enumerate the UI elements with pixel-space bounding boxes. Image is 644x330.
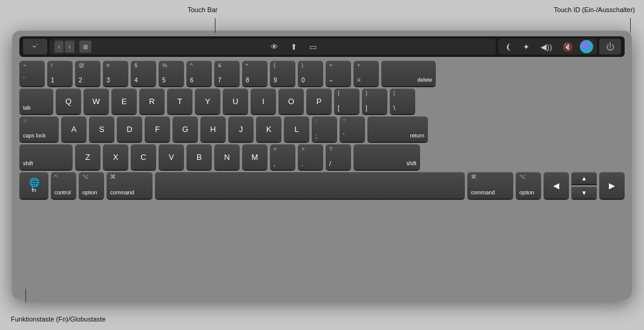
touch-bar-line [215, 18, 215, 33]
key-9[interactable]: ( 9 [270, 61, 295, 86]
key-period[interactable]: > . [298, 144, 323, 170]
touch-bar: ~` ‹ › ⊞ 👁 ⬆ ▭ ❨ ✦ ◀)) 🔇 ⏻ [19, 36, 625, 57]
key-s[interactable]: S [89, 116, 114, 142]
key-tab[interactable]: tab [19, 88, 53, 114]
key-option-right[interactable]: ⌥ option [516, 172, 541, 199]
key-b[interactable]: B [186, 144, 212, 170]
key-4[interactable]: $ 4 [131, 61, 156, 86]
key-l[interactable]: L [284, 116, 309, 142]
key-bracket-close[interactable]: } ] [362, 88, 387, 114]
row-numbers: ~ ` ! 1 @ 2 # 3 $ 4 % 5 [19, 61, 625, 86]
key-shift-right[interactable]: shift [353, 144, 420, 170]
key-0[interactable]: ) 0 [298, 61, 323, 86]
key-o[interactable]: O [278, 88, 304, 114]
key-return[interactable]: return [367, 116, 428, 142]
key-arrow-down[interactable]: ▼ [571, 186, 597, 199]
key-backslash[interactable]: | \ [390, 88, 415, 114]
key-7[interactable]: & 7 [214, 61, 240, 86]
tb-forward-btn[interactable]: › [65, 41, 74, 53]
key-r[interactable]: R [139, 88, 165, 114]
key-1[interactable]: ! 1 [47, 61, 73, 86]
key-x[interactable]: X [103, 144, 128, 170]
tb-grid-btn[interactable]: ⊞ [79, 41, 91, 53]
row-bottom: 🌐 fn ^ control ⌥ option ⌘ command ⌘ comm… [19, 172, 625, 199]
key-rows: ~ ` ! 1 @ 2 # 3 $ 4 % 5 [19, 61, 625, 199]
esc-key[interactable]: ~` [23, 39, 47, 54]
key-w[interactable]: W [84, 88, 109, 114]
key-2[interactable]: @ 2 [75, 61, 100, 86]
touch-bar-annotation: Touch Bar [188, 6, 218, 13]
key-6[interactable]: ^ 6 [186, 61, 212, 86]
tb-window-icon[interactable]: ▭ [306, 42, 320, 51]
key-command-right[interactable]: ⌘ command [467, 172, 513, 199]
tb-back-btn[interactable]: ‹ [54, 41, 64, 53]
key-shift-left[interactable]: shift [19, 144, 73, 170]
tb-share-icon[interactable]: ⬆ [287, 42, 301, 51]
key-fn[interactable]: 🌐 fn [19, 172, 48, 199]
key-3[interactable]: # 3 [103, 61, 128, 86]
key-arrow-up[interactable]: ▲ [571, 172, 597, 184]
key-backtick[interactable]: ~ ` [19, 61, 45, 86]
key-y[interactable]: Y [195, 88, 220, 114]
key-option-left[interactable]: ⌥ option [79, 172, 104, 199]
tb-eye-icon[interactable]: 👁 [267, 42, 282, 51]
key-space[interactable] [155, 172, 465, 199]
row-caps: caps lock A S D F G H J K L : ; " ' retu… [19, 116, 625, 142]
key-d[interactable]: D [117, 116, 142, 142]
key-u[interactable]: U [223, 88, 248, 114]
key-j[interactable]: J [228, 116, 254, 142]
fn-annotation: Funktionstaste (Fn)/Globustaste [11, 315, 106, 323]
key-i[interactable]: I [251, 88, 276, 114]
touch-id-btn[interactable]: ⏻ [599, 39, 621, 54]
touch-bar-controls: ❨ ✦ ◀)) 🔇 [498, 39, 597, 54]
key-v[interactable]: V [159, 144, 184, 170]
siri-btn[interactable] [580, 40, 593, 53]
key-capslock[interactable]: caps lock [19, 116, 59, 142]
key-t[interactable]: T [167, 88, 192, 114]
key-z[interactable]: Z [75, 144, 100, 170]
fn-line [25, 289, 26, 302]
key-a[interactable]: A [61, 116, 87, 142]
key-g[interactable]: G [172, 116, 198, 142]
key-bracket-open[interactable]: { [ [334, 88, 360, 114]
touch-id-annotation: Touch ID (Ein-/Ausschalter) [554, 6, 635, 13]
key-control[interactable]: ^ control [51, 172, 76, 199]
key-f[interactable]: F [145, 116, 170, 142]
tb-mute-icon[interactable]: 🔇 [559, 42, 576, 51]
touch-id-line [630, 18, 631, 33]
key-k[interactable]: K [256, 116, 281, 142]
key-h[interactable]: H [200, 116, 226, 142]
key-quote[interactable]: " ' [340, 116, 365, 142]
key-m[interactable]: M [242, 144, 268, 170]
key-arrow-left[interactable]: ◀ [544, 172, 569, 199]
keyboard-container: ~` ‹ › ⊞ 👁 ⬆ ▭ ❨ ✦ ◀)) 🔇 ⏻ [12, 30, 632, 300]
tb-volume-icon[interactable]: ◀)) [537, 42, 556, 51]
key-equals[interactable]: + = [353, 61, 379, 86]
key-command-left[interactable]: ⌘ command [107, 172, 153, 199]
tb-paren-icon[interactable]: ❨ [502, 42, 516, 51]
tb-brightness-icon[interactable]: ✦ [519, 42, 533, 51]
key-q[interactable]: Q [56, 88, 81, 114]
key-5[interactable]: % 5 [159, 61, 184, 86]
arrow-col: ▲ ▼ [571, 172, 597, 199]
touch-bar-main: ‹ › ⊞ 👁 ⬆ ▭ [50, 39, 496, 54]
key-semicolon[interactable]: : ; [312, 116, 337, 142]
key-p[interactable]: P [306, 88, 332, 114]
row-tab: tab Q W E R T Y U I O P { [ } ] | \ [19, 88, 625, 114]
key-arrow-right[interactable]: ▶ [599, 172, 625, 199]
key-slash[interactable]: ? / [326, 144, 351, 170]
key-c[interactable]: C [131, 144, 156, 170]
key-8[interactable]: * 8 [242, 61, 268, 86]
row-shift: shift Z X C V B N M < , > . ? / shift [19, 144, 625, 170]
key-minus[interactable]: + – [326, 61, 351, 86]
key-comma[interactable]: < , [270, 144, 295, 170]
key-n[interactable]: N [214, 144, 240, 170]
key-e[interactable]: E [111, 88, 137, 114]
key-delete[interactable]: delete [381, 61, 436, 86]
